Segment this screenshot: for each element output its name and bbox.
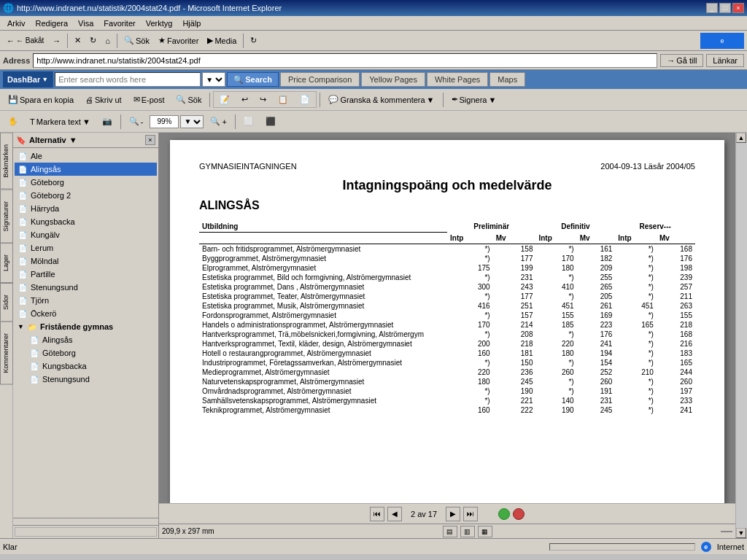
two-page-btn[interactable]: ▥ <box>460 526 475 537</box>
minimize-button[interactable]: _ <box>706 3 718 13</box>
continuous-btn[interactable]: ▦ <box>478 526 492 537</box>
history-icon: ↻ <box>250 36 257 45</box>
print-button[interactable]: 🖨 Skriv ut <box>80 93 127 106</box>
sidebar-item-fristående[interactable]: ▼ 📁 Fristående gymnas <box>15 320 157 333</box>
back-button[interactable]: ← ← Bakåt <box>3 34 47 47</box>
row-name: Fordonsprogrammet, Alströmergymnasiet <box>199 311 447 320</box>
sidebar-item-partille[interactable]: 📄 Partille <box>15 268 157 281</box>
prev-page-button[interactable]: ◀ <box>387 507 402 521</box>
fit-width-button[interactable]: ⬛ <box>260 114 281 128</box>
zoom-dropdown[interactable]: ▼ <box>180 115 204 128</box>
close-button[interactable]: × <box>732 3 744 13</box>
row-reserv-intp: *) <box>615 349 657 358</box>
menu-hjalp[interactable]: Hjälp <box>178 18 205 29</box>
pdf-nav-bar: ⏮ ◀ 2 av 17 ▶ ⏭ <box>159 503 735 524</box>
record-button[interactable] <box>498 508 510 520</box>
stop-button[interactable]: ✕ <box>71 34 85 47</box>
sidebar-hscroll[interactable] <box>13 525 158 538</box>
annotation-tool-1[interactable]: 📝 <box>214 93 235 106</box>
last-page-button[interactable]: ⏭ <box>463 507 478 521</box>
dashbar-white-pages[interactable]: White Pages <box>427 72 488 87</box>
hscroll[interactable] <box>721 531 732 532</box>
scroll-up-button[interactable]: ▲ <box>736 133 746 143</box>
menu-favoriter[interactable]: Favoriter <box>99 18 139 29</box>
row-prelim-intp: *) <box>447 244 493 254</box>
sidebar-item-goteborg2[interactable]: 📄 Göteborg 2 <box>15 189 157 202</box>
sidebar-tab-comments[interactable]: Kommentarer <box>0 322 13 385</box>
sidebar-item-molndal[interactable]: 📄 Mölndal <box>15 254 157 268</box>
sign-button[interactable]: ✒ Signera ▼ <box>446 93 502 106</box>
row-reserv-mv: 216 <box>657 339 695 349</box>
sidebar-item-kungalv[interactable]: 📄 Kungälv <box>15 228 157 241</box>
sidebar-tab-signatures[interactable]: Signaturer <box>0 190 13 244</box>
annotation-tool-2[interactable]: ↩ <box>236 93 253 106</box>
sidebar-item-stenungsund[interactable]: 📄 Stenungsund <box>15 281 157 294</box>
window-controls[interactable]: _ □ × <box>706 3 744 13</box>
scroll-down-button[interactable]: ▼ <box>736 528 746 538</box>
pdf-scroll-area[interactable]: GYMNASIEINTAGNINGEN 2004-09-13 Läsår 200… <box>159 133 735 503</box>
go-button[interactable]: → Gå till <box>660 54 703 67</box>
sidebar-tab-layers[interactable]: Lager <box>0 243 13 283</box>
media-button[interactable]: ▶ Media <box>204 34 240 47</box>
sidebar-item-ale[interactable]: 📄 Ale <box>15 149 157 163</box>
sidebar-item-sub-stenungsund[interactable]: 📄 Stenungsund <box>15 373 157 386</box>
single-page-btn[interactable]: ▤ <box>443 526 457 537</box>
row-reserv-mv: 176 <box>657 254 695 263</box>
fit-page-button[interactable]: ⬜ <box>239 114 259 128</box>
dashbar-maps[interactable]: Maps <box>489 72 525 87</box>
sidebar-tab-bookmarks[interactable]: Bokmärken <box>0 133 13 190</box>
dashbar-search-dropdown[interactable]: ▼ <box>202 72 225 87</box>
sidebar-item-sub-alingsas[interactable]: 📄 Alingsås <box>15 333 157 346</box>
hand-tool[interactable]: ✋ <box>3 114 23 128</box>
first-page-button[interactable]: ⏮ <box>370 507 384 521</box>
sidebar-item-kungsbacka[interactable]: 📄 Kungsbacka <box>15 215 157 228</box>
menu-redigera[interactable]: Redigera <box>31 18 72 29</box>
sidebar-item-sub-kungsbacka[interactable]: 📄 Kungsbacka <box>15 359 157 373</box>
row-def-intp: 155 <box>535 311 576 320</box>
maximize-button[interactable]: □ <box>719 3 731 13</box>
home-button[interactable]: ⌂ <box>101 34 114 47</box>
find-button[interactable]: 🔍 Sök <box>171 93 206 106</box>
text-select-tool[interactable]: T Markera text ▼ <box>25 115 96 128</box>
sidebar-item-ockero[interactable]: 📄 Öckerö <box>15 307 157 320</box>
dashbar-search-button[interactable]: 🔍 Search <box>227 72 279 87</box>
links-button[interactable]: Länkar <box>706 54 744 67</box>
table-row: Omvårdnadsprogrammet, Alströmergymnasiet… <box>199 386 695 396</box>
sidebar-tab-pages[interactable]: Sidor <box>0 283 13 322</box>
zoom-out-button[interactable]: 🔍 - <box>124 114 149 128</box>
sidebar-item-tjorn[interactable]: 📄 Tjörn <box>15 294 157 307</box>
sidebar-item-alingsas[interactable]: 📄 Alingsås <box>15 163 157 176</box>
favorites-button[interactable]: ★ Favoriter <box>155 34 202 47</box>
pdf-page-title: Intagningspoäng och medelvärde <box>199 178 695 193</box>
sidebar-item-harryda[interactable]: 📄 Härryda <box>15 202 157 215</box>
next-page-button[interactable]: ▶ <box>446 507 460 521</box>
history-button[interactable]: ↻ <box>247 34 260 47</box>
dashbar-search-input[interactable] <box>55 72 201 87</box>
audio-button[interactable] <box>513 508 525 520</box>
sidebar-close-button[interactable]: × <box>145 135 155 145</box>
email-button[interactable]: ✉ E-post <box>128 93 170 106</box>
menu-verktyg[interactable]: Verktyg <box>142 18 177 29</box>
snapshot-tool[interactable]: 📷 <box>97 114 117 128</box>
dashbar-price-comparison[interactable]: Price Comparison <box>280 72 360 87</box>
annotation-tool-3[interactable]: ↪ <box>255 93 271 106</box>
sidebar-item-goteborg[interactable]: 📄 Göteborg <box>15 176 157 189</box>
refresh-button[interactable]: ↻ <box>86 34 100 47</box>
right-scrollbar[interactable]: ▲ ▼ <box>735 133 747 538</box>
sidebar-item-lerum[interactable]: 📄 Lerum <box>15 241 157 254</box>
forward-button[interactable]: → <box>49 34 64 47</box>
annotation-tool-4[interactable]: 📋 <box>273 93 293 106</box>
menu-visa[interactable]: Visa <box>74 18 98 29</box>
table-row: Samhällsvetenskapsprogrammet, Alströmerg… <box>199 396 695 405</box>
review-button[interactable]: 💬 Granska & kommentera ▼ <box>323 93 439 106</box>
search-button[interactable]: 🔍 Sök <box>120 34 153 47</box>
save-copy-button[interactable]: 💾 Spara en kopia <box>3 93 79 106</box>
zoom-in-button[interactable]: 🔍 + <box>205 114 231 128</box>
dashbar-yellow-pages[interactable]: Yellow Pages <box>361 72 425 87</box>
sidebar-item-sub-goteborg[interactable]: 📄 Göteborg <box>15 346 157 359</box>
menu-arkiv[interactable]: Arkiv <box>3 18 29 29</box>
annotation-tool-5[interactable]: 📄 <box>295 93 315 106</box>
status-text: Klar <box>3 542 546 551</box>
zoom-level-input[interactable] <box>150 115 179 128</box>
address-input[interactable] <box>33 53 657 68</box>
